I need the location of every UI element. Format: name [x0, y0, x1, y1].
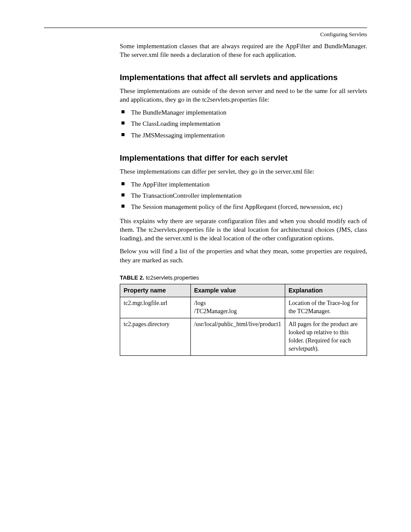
heading-implementations-servlet: Implementations that differ for each ser…: [120, 152, 367, 164]
heading-implementations-all: Implementations that affect all servlets…: [120, 72, 367, 83]
cell-explanation-suffix: ).: [315, 345, 319, 352]
architecture-para-2: Below you will find a list of the proper…: [120, 247, 367, 264]
implementations-intro: Some implementation classes that are alw…: [120, 42, 367, 59]
cell-explanation: Location of the Trace-log for the TC2Man…: [285, 297, 367, 318]
table-caption-label: TABLE 2.: [120, 274, 144, 281]
properties-table: Property name Example value Explanation …: [120, 284, 367, 355]
table-row: tc2.pages.directory /usr/local/public_ht…: [120, 318, 367, 356]
list-item: The JMSMessaging implementation: [120, 131, 367, 140]
list-item: The ClassLoading implementation: [120, 119, 367, 128]
table-row: tc2.mgr.logfile.url /logs /TC2Manager.lo…: [120, 297, 367, 318]
list-item: The AppFilter implementation: [120, 180, 367, 189]
architecture-para-1: This explains why there are separate con…: [120, 217, 367, 243]
th-property-name: Property name: [120, 284, 191, 297]
cell-explanation-prefix: All pages for the product are looked up …: [289, 321, 358, 344]
header-rule: [44, 28, 367, 28]
list-item: The BundleManager implementation: [120, 108, 367, 117]
table-header-row: Property name Example value Explanation: [120, 284, 367, 297]
cell-property-name: tc2.mgr.logfile.url: [120, 297, 191, 318]
table-caption: TABLE 2. tc2servlets.properties: [120, 274, 367, 282]
th-explanation: Explanation: [285, 284, 367, 297]
cell-example: /logs /TC2Manager.log: [190, 297, 285, 318]
list-item: The Session management policy of the fir…: [120, 202, 367, 211]
servlets-list: The AppFilter implementation The Transac…: [120, 180, 367, 212]
implementations-para: These implementations are outside of the…: [120, 87, 367, 104]
servlets-para: These implementations can differ per ser…: [120, 167, 367, 176]
implementations-list: The BundleManager implementation The Cla…: [120, 108, 367, 140]
header-section-title: Configuring Servlets: [44, 31, 367, 38]
cell-explanation: All pages for the product are looked up …: [285, 318, 367, 356]
cell-example: /usr/local/public_html/live/product1: [190, 318, 285, 356]
cell-explanation-emph: servletpath: [289, 345, 315, 352]
list-item: The TransactionController implementation: [120, 191, 367, 200]
table-caption-text: tc2servlets.properties: [146, 274, 199, 281]
cell-property-name: tc2.pages.directory: [120, 318, 191, 356]
th-example-value: Example value: [190, 284, 285, 297]
